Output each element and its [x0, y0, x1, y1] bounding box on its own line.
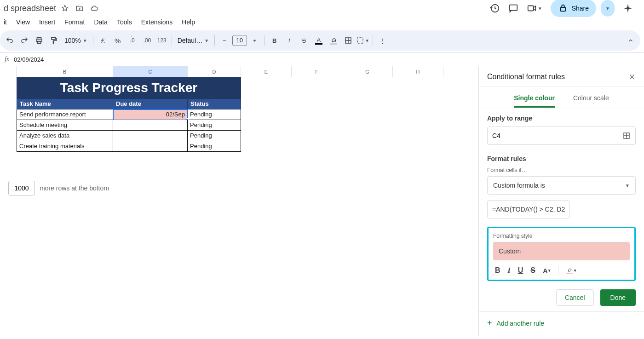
format-rules-label: Format rules [487, 155, 636, 162]
style-strike-button[interactable]: S [530, 266, 535, 275]
style-fill-color-button[interactable]: ▾ [566, 267, 576, 274]
cell-due[interactable] [113, 141, 188, 152]
formatting-style-label: Formatting style [493, 233, 630, 239]
tab-single-colour[interactable]: Single colour [514, 92, 555, 108]
menu-help[interactable]: Help [178, 17, 199, 28]
decrease-decimal-button[interactable]: .0← [126, 34, 139, 47]
formula-value[interactable]: 02/09/2024 [14, 56, 44, 63]
more-formats-button[interactable]: 123 [155, 34, 169, 47]
share-button[interactable]: Share [551, 0, 596, 17]
column-header-g[interactable]: G [342, 66, 393, 77]
svg-rect-2 [560, 7, 565, 11]
header-due[interactable]: Due date [113, 98, 188, 109]
move-icon[interactable] [75, 4, 84, 12]
add-rule-button[interactable]: + Add another rule [487, 318, 636, 328]
tracker-title[interactable]: Task Progress Tracker [17, 77, 241, 98]
svg-rect-0 [509, 5, 517, 11]
style-bold-button[interactable]: B [495, 266, 500, 275]
borders-button[interactable] [341, 34, 355, 47]
cell-task[interactable]: Schedule meeting [17, 120, 113, 131]
font-select[interactable]: Defaul…▼ [175, 37, 212, 44]
done-button[interactable]: Done [600, 289, 636, 306]
cancel-button[interactable]: Cancel [556, 289, 594, 306]
svg-rect-1 [528, 6, 533, 11]
strikethrough-button[interactable]: S [297, 34, 311, 47]
add-rows-label: more rows at the bottom [40, 184, 109, 192]
cloud-icon[interactable] [90, 4, 98, 12]
cell-due[interactable] [113, 131, 188, 141]
condition-select[interactable]: Custom formula is▼ [487, 176, 636, 195]
formatting-style-block: Formatting style Custom B I U S A▾ ▾ [487, 227, 636, 281]
formula-input[interactable] [487, 200, 570, 218]
gemini-icon[interactable] [623, 3, 633, 13]
svg-rect-8 [357, 38, 363, 43]
cell-c4-selected[interactable]: 02/Sep [113, 109, 188, 120]
menu-view[interactable]: View [12, 17, 34, 28]
italic-button[interactable]: I [282, 34, 296, 47]
spreadsheet-grid[interactable]: B C D E F G H Task Progress Tracker Task… [0, 66, 478, 336]
print-button[interactable] [32, 34, 46, 47]
meet-icon[interactable]: ▼ [527, 3, 542, 13]
paint-format-button[interactable] [47, 34, 61, 47]
share-label: Share [572, 5, 589, 12]
header-task[interactable]: Task Name [17, 98, 113, 109]
percent-button[interactable]: % [111, 34, 125, 47]
currency-button[interactable]: £ [96, 34, 110, 47]
document-title[interactable]: d spreadsheet [4, 4, 56, 13]
column-header-b[interactable]: B [17, 66, 113, 77]
cell-status[interactable]: Pending [188, 120, 241, 131]
bold-button[interactable]: B [268, 34, 282, 47]
cell-task[interactable]: Analyze sales data [17, 131, 113, 141]
cell-status[interactable]: Pending [188, 131, 241, 141]
increase-decimal-button[interactable]: .00→ [140, 34, 154, 47]
decrease-font-button[interactable]: − [218, 34, 231, 47]
menu-edit[interactable]: it [0, 17, 11, 28]
formula-bar: fx 02/09/2024 [0, 52, 644, 66]
grid-select-icon[interactable] [622, 132, 631, 140]
column-header-f[interactable]: F [292, 66, 342, 77]
toolbar: 100%▼ £ % .0← .00→ 123 Defaul…▼ − 10 + B… [0, 30, 640, 51]
style-italic-button[interactable]: I [508, 266, 511, 275]
add-rows-input[interactable] [8, 181, 35, 195]
column-header-e[interactable]: E [241, 66, 292, 77]
tab-colour-scale[interactable]: Colour scale [573, 92, 609, 108]
collapse-toolbar-button[interactable] [624, 34, 638, 47]
close-icon[interactable] [628, 73, 636, 80]
text-color-button[interactable]: A [312, 34, 326, 47]
style-preview[interactable]: Custom [493, 242, 630, 260]
history-icon[interactable] [490, 3, 500, 13]
column-header-h[interactable]: H [393, 66, 443, 77]
redo-button[interactable] [17, 34, 31, 47]
style-underline-button[interactable]: U [518, 266, 523, 275]
undo-button[interactable] [3, 34, 17, 47]
menu-data[interactable]: Data [90, 17, 111, 28]
title-bar: d spreadsheet ▼ Share ▼ [0, 0, 644, 17]
fill-color-button[interactable] [327, 34, 340, 47]
font-size-input[interactable]: 10 [232, 35, 247, 46]
star-icon[interactable] [61, 4, 69, 12]
column-header-d[interactable]: D [188, 66, 241, 77]
increase-font-button[interactable]: + [248, 34, 262, 47]
cell-status[interactable]: Pending [188, 141, 241, 152]
menu-format[interactable]: Format [61, 17, 88, 28]
header-status[interactable]: Status [188, 98, 241, 109]
cell-task[interactable]: Send performance report [17, 109, 113, 120]
menu-extensions[interactable]: Extensions [138, 17, 176, 28]
share-dropdown[interactable]: ▼ [601, 0, 615, 17]
cell-status[interactable]: Pending [188, 109, 241, 120]
apply-range-label: Apply to range [487, 115, 636, 122]
fx-icon[interactable]: fx [0, 56, 14, 63]
style-text-color-button[interactable]: A▾ [543, 267, 551, 275]
cell-task[interactable]: Create training materials [17, 141, 113, 152]
merge-button[interactable]: ▼ [356, 34, 370, 47]
cell-due[interactable] [113, 120, 188, 131]
column-header-c[interactable]: C [113, 66, 188, 77]
menu-bar: it View Insert Format Data Tools Extensi… [0, 17, 644, 30]
zoom-select[interactable]: 100%▼ [62, 37, 90, 44]
range-input[interactable] [492, 132, 603, 139]
comment-icon[interactable] [508, 3, 518, 13]
menu-tools[interactable]: Tools [113, 17, 136, 28]
menu-insert[interactable]: Insert [35, 17, 59, 28]
range-input-box[interactable] [487, 126, 636, 145]
more-toolbar-button[interactable]: ⋮ [376, 34, 390, 47]
